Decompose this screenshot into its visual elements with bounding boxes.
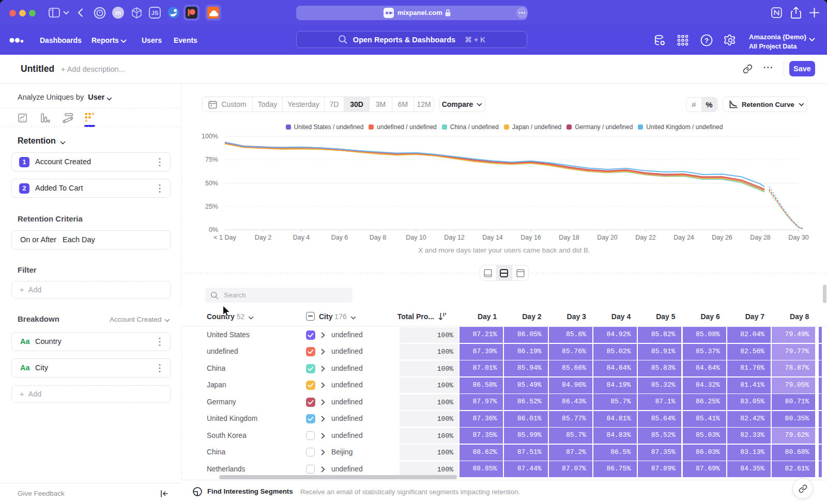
svg-text:Day 24: Day 24 — [673, 234, 694, 241]
svg-text:Day 12: Day 12 — [444, 234, 465, 241]
svg-text:0%: 0% — [209, 226, 218, 233]
svg-text:25%: 25% — [205, 203, 218, 210]
svg-text:100%: 100% — [202, 133, 218, 140]
svg-text:Day 16: Day 16 — [520, 234, 541, 241]
svg-text:50%: 50% — [205, 180, 218, 187]
svg-text:Day 30: Day 30 — [788, 234, 809, 241]
svg-text:?: ? — [705, 37, 709, 44]
svg-text:Day 14: Day 14 — [482, 234, 503, 241]
svg-text:Day 26: Day 26 — [712, 234, 732, 241]
svg-text:JS: JS — [151, 10, 158, 16]
svg-text:Day 2: Day 2 — [255, 234, 272, 241]
svg-text:Day 4: Day 4 — [293, 234, 310, 241]
svg-text:Day 8: Day 8 — [370, 234, 387, 241]
svg-text:Day 20: Day 20 — [597, 234, 618, 241]
svg-text:Day 6: Day 6 — [331, 234, 348, 241]
svg-text:Day 28: Day 28 — [750, 234, 771, 241]
svg-text:Day 22: Day 22 — [635, 234, 656, 241]
svg-text:Day 18: Day 18 — [559, 234, 579, 241]
svg-text:< 1 Day: < 1 Day — [213, 234, 236, 241]
svg-text:Day 10: Day 10 — [406, 234, 426, 241]
svg-text:75%: 75% — [205, 156, 218, 163]
